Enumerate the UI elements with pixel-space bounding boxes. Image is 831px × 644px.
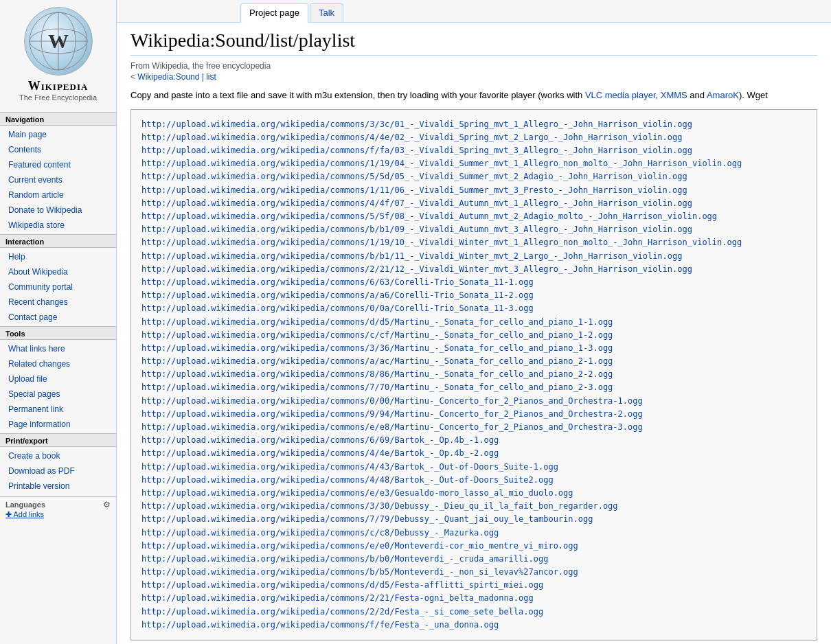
wiki-wordmark: Wikipedia xyxy=(28,79,89,93)
sidebar-item-special[interactable]: Special pages xyxy=(0,387,116,402)
description-paragraph: Copy and paste into a text file and save… xyxy=(130,89,817,102)
sidebar: W Wikipedia The Free Encyclopedia Naviga… xyxy=(0,0,117,644)
playlist-url[interactable]: http://upload.wikimedia.org/wikipedia/co… xyxy=(141,381,806,394)
sidebar-item-recent[interactable]: Recent changes xyxy=(0,295,116,310)
playlist-url[interactable]: http://upload.wikimedia.org/wikipedia/co… xyxy=(141,250,806,263)
playlist-url[interactable]: http://upload.wikimedia.org/wikipedia/co… xyxy=(141,527,806,540)
playlist-url[interactable]: http://upload.wikimedia.org/wikipedia/co… xyxy=(141,592,806,605)
languages-title: Languages xyxy=(5,501,45,509)
playlist-url[interactable]: http://upload.wikimedia.org/wikipedia/co… xyxy=(141,619,806,632)
playlist-url[interactable]: http://upload.wikimedia.org/wikipedia/co… xyxy=(141,236,806,249)
vlc-link[interactable]: VLC media player xyxy=(585,90,656,100)
sidebar-item-upload[interactable]: Upload file xyxy=(0,371,116,387)
playlist-url[interactable]: http://upload.wikimedia.org/wikipedia/co… xyxy=(141,553,806,566)
sidebar-item-page-info[interactable]: Page information xyxy=(0,417,116,432)
sidebar-print-export: Print/export Create a book Download as P… xyxy=(0,433,116,494)
page-title: Wikipedia:Sound/list/playlist xyxy=(130,30,817,56)
playlist-url[interactable]: http://upload.wikimedia.org/wikipedia/co… xyxy=(141,513,806,526)
playlist-url[interactable]: http://upload.wikimedia.org/wikipedia/co… xyxy=(141,329,806,342)
tab-project-page[interactable]: Project page xyxy=(240,3,308,23)
sidebar-item-community[interactable]: Community portal xyxy=(0,279,116,295)
sidebar-item-featured[interactable]: Featured content xyxy=(0,157,116,172)
sidebar-item-current-events[interactable]: Current events xyxy=(0,172,116,187)
main-content: Project page Talk Wikipedia:Sound/list/p… xyxy=(117,0,831,644)
sidebar-item-main-page[interactable]: Main page xyxy=(0,127,116,142)
xmms-link[interactable]: XMMS xyxy=(661,90,687,100)
interaction-section-title: Interaction xyxy=(0,234,116,248)
playlist-url[interactable]: http://upload.wikimedia.org/wikipedia/co… xyxy=(141,434,806,447)
playlist-url[interactable]: http://upload.wikimedia.org/wikipedia/co… xyxy=(141,197,806,210)
playlist-url[interactable]: http://upload.wikimedia.org/wikipedia/co… xyxy=(141,118,806,131)
playlist-url[interactable]: http://upload.wikimedia.org/wikipedia/co… xyxy=(141,263,806,276)
playlist-url[interactable]: http://upload.wikimedia.org/wikipedia/co… xyxy=(141,579,806,592)
sidebar-item-about[interactable]: About Wikipedia xyxy=(0,264,116,279)
playlist-url[interactable]: http://upload.wikimedia.org/wikipedia/co… xyxy=(141,566,806,579)
navigation-section-title: Navigation xyxy=(0,112,116,126)
sidebar-logo: W Wikipedia The Free Encyclopedia xyxy=(0,0,116,112)
sidebar-navigation: Navigation Main page Contents Featured c… xyxy=(0,112,116,233)
playlist-url[interactable]: http://upload.wikimedia.org/wikipedia/co… xyxy=(141,276,806,289)
playlist-url[interactable]: http://upload.wikimedia.org/wikipedia/co… xyxy=(141,461,806,474)
sidebar-item-donate[interactable]: Donate to Wikipedia xyxy=(0,203,116,218)
wiki-tagline: The Free Encyclopedia xyxy=(19,93,97,102)
playlist-url[interactable]: http://upload.wikimedia.org/wikipedia/co… xyxy=(141,447,806,460)
playlist-url[interactable]: http://upload.wikimedia.org/wikipedia/co… xyxy=(141,170,806,183)
playlist-url[interactable]: http://upload.wikimedia.org/wikipedia/co… xyxy=(141,342,806,355)
amarok-link[interactable]: AmaroK xyxy=(707,90,739,100)
globe-svg: W xyxy=(27,10,89,72)
playlist-url[interactable]: http://upload.wikimedia.org/wikipedia/co… xyxy=(141,368,806,381)
sidebar-item-random[interactable]: Random article xyxy=(0,187,116,203)
sidebar-tools: Tools What links here Related changes Up… xyxy=(0,326,116,432)
playlist-url[interactable]: http://upload.wikimedia.org/wikipedia/co… xyxy=(141,289,806,302)
print-export-title: Print/export xyxy=(0,433,116,447)
gear-icon[interactable]: ⚙ xyxy=(103,500,111,509)
sidebar-item-printable[interactable]: Printable version xyxy=(0,479,116,494)
page-tabs: Project page Talk xyxy=(117,0,831,23)
playlist-url[interactable]: http://upload.wikimedia.org/wikipedia/co… xyxy=(141,500,806,513)
content-area: Wikipedia:Sound/list/playlist From Wikip… xyxy=(117,23,831,644)
playlist-url[interactable]: http://upload.wikimedia.org/wikipedia/co… xyxy=(141,131,806,144)
sidebar-item-help[interactable]: Help xyxy=(0,249,116,264)
playlist-url[interactable]: http://upload.wikimedia.org/wikipedia/co… xyxy=(141,606,806,619)
sidebar-item-permanent[interactable]: Permanent link xyxy=(0,402,116,417)
sidebar-item-what-links[interactable]: What links here xyxy=(0,341,116,356)
playlist-box: http://upload.wikimedia.org/wikipedia/co… xyxy=(130,109,817,641)
playlist-url[interactable]: http://upload.wikimedia.org/wikipedia/co… xyxy=(141,302,806,315)
sidebar-item-contact[interactable]: Contact page xyxy=(0,310,116,325)
playlist-url[interactable]: http://upload.wikimedia.org/wikipedia/co… xyxy=(141,474,806,487)
sidebar-item-related-changes[interactable]: Related changes xyxy=(0,356,116,371)
playlist-url[interactable]: http://upload.wikimedia.org/wikipedia/co… xyxy=(141,355,806,368)
playlist-url[interactable]: http://upload.wikimedia.org/wikipedia/co… xyxy=(141,408,806,421)
sidebar-item-store[interactable]: Wikipedia store xyxy=(0,218,116,233)
playlist-url[interactable]: http://upload.wikimedia.org/wikipedia/co… xyxy=(141,223,806,236)
tools-section-title: Tools xyxy=(0,326,116,340)
playlist-url[interactable]: http://upload.wikimedia.org/wikipedia/co… xyxy=(141,540,806,553)
playlist-url[interactable]: http://upload.wikimedia.org/wikipedia/co… xyxy=(141,487,806,500)
playlist-url[interactable]: http://upload.wikimedia.org/wikipedia/co… xyxy=(141,421,806,434)
add-links[interactable]: ✚ Add links xyxy=(5,510,44,518)
playlist-url[interactable]: http://upload.wikimedia.org/wikipedia/co… xyxy=(141,395,806,408)
sidebar-languages: Languages ⚙ ✚ Add links xyxy=(0,496,116,522)
breadcrumb-link[interactable]: Wikipedia:Sound | list xyxy=(137,72,216,82)
sidebar-item-contents[interactable]: Contents xyxy=(0,142,116,157)
wiki-globe: W xyxy=(24,7,93,76)
from-wikipedia: From Wikipedia, the free encyclopedia xyxy=(130,61,817,71)
breadcrumb: < Wikipedia:Sound | list xyxy=(130,72,817,82)
playlist-url[interactable]: http://upload.wikimedia.org/wikipedia/co… xyxy=(141,184,806,197)
svg-text:W: W xyxy=(48,30,69,52)
sidebar-item-create-book[interactable]: Create a book xyxy=(0,448,116,463)
playlist-url[interactable]: http://upload.wikimedia.org/wikipedia/co… xyxy=(141,144,806,157)
playlist-url[interactable]: http://upload.wikimedia.org/wikipedia/co… xyxy=(141,157,806,170)
playlist-url[interactable]: http://upload.wikimedia.org/wikipedia/co… xyxy=(141,210,806,223)
tab-talk[interactable]: Talk xyxy=(310,3,343,22)
playlist-url[interactable]: http://upload.wikimedia.org/wikipedia/co… xyxy=(141,316,806,329)
sidebar-interaction: Interaction Help About Wikipedia Communi… xyxy=(0,234,116,325)
sidebar-item-download-pdf[interactable]: Download as PDF xyxy=(0,463,116,479)
